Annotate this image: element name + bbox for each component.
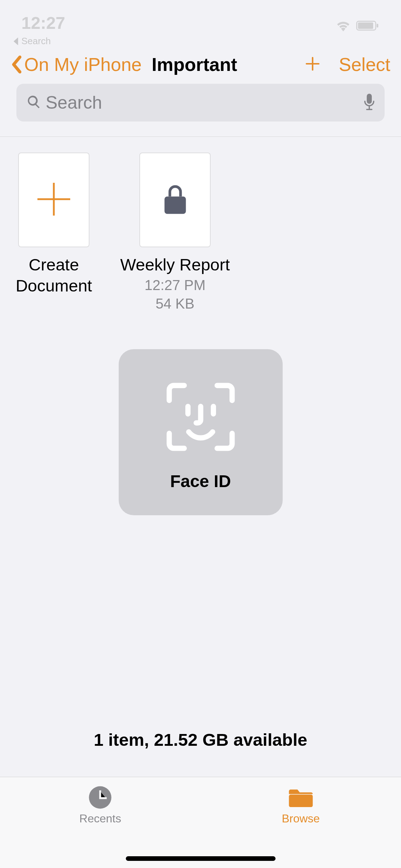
- faceid-icon: [163, 379, 238, 456]
- mic-icon[interactable]: [364, 94, 375, 112]
- back-button[interactable]: On My iPhone: [11, 54, 142, 75]
- search-input[interactable]: [46, 92, 360, 113]
- file-item[interactable]: Weekly Report 12:27 PM 54 KB: [138, 153, 212, 312]
- item-title: Weekly Report: [120, 254, 230, 275]
- faceid-label: Face ID: [170, 471, 231, 491]
- chevron-left-icon: [11, 55, 23, 74]
- back-button-label: On My iPhone: [24, 54, 142, 75]
- search-bar[interactable]: [16, 84, 385, 122]
- status-icons: [335, 20, 380, 33]
- tab-bar: Recents Browse: [0, 777, 401, 868]
- page-title: Important: [152, 54, 237, 75]
- create-document-item[interactable]: Create Document: [16, 153, 91, 312]
- breadcrumb-return[interactable]: Search: [0, 36, 401, 54]
- add-button[interactable]: [304, 56, 321, 73]
- breadcrumb-label: Search: [21, 36, 51, 47]
- nav-bar: On My iPhone Important Select: [0, 54, 401, 84]
- svg-rect-8: [289, 795, 313, 807]
- lock-icon: [162, 183, 189, 217]
- faceid-overlay: Face ID: [119, 349, 283, 515]
- home-indicator[interactable]: [126, 856, 276, 861]
- item-size: 54 KB: [156, 295, 195, 312]
- wifi-icon: [335, 20, 351, 33]
- svg-rect-1: [358, 22, 373, 29]
- breadcrumb-back-icon: [14, 37, 19, 45]
- plus-icon: [304, 56, 321, 72]
- tab-label: Recents: [79, 812, 121, 825]
- item-time: 12:27 PM: [144, 276, 205, 294]
- svg-rect-4: [164, 197, 186, 214]
- item-title-line1: Create: [29, 254, 79, 275]
- tab-browse[interactable]: Browse: [201, 777, 401, 868]
- svg-rect-3: [367, 94, 372, 104]
- tab-recents[interactable]: Recents: [0, 777, 201, 868]
- folder-icon: [288, 785, 313, 810]
- status-time: 12:27: [21, 13, 65, 33]
- search-icon: [26, 94, 41, 111]
- tab-label: Browse: [282, 812, 320, 825]
- plus-icon: [36, 181, 72, 218]
- footer-status: 1 item, 21.52 GB available: [0, 730, 401, 750]
- status-bar: 12:27: [0, 0, 401, 36]
- item-title-line2: Document: [16, 275, 92, 296]
- file-thumbnail: [139, 153, 211, 247]
- content-grid: Create Document Weekly Report 12:27 PM 5…: [0, 137, 401, 328]
- clock-icon: [88, 785, 113, 810]
- create-document-thumbnail: [18, 153, 89, 247]
- select-button[interactable]: Select: [339, 54, 390, 75]
- svg-rect-2: [377, 24, 378, 28]
- search-container: [0, 84, 401, 133]
- battery-icon: [355, 20, 380, 33]
